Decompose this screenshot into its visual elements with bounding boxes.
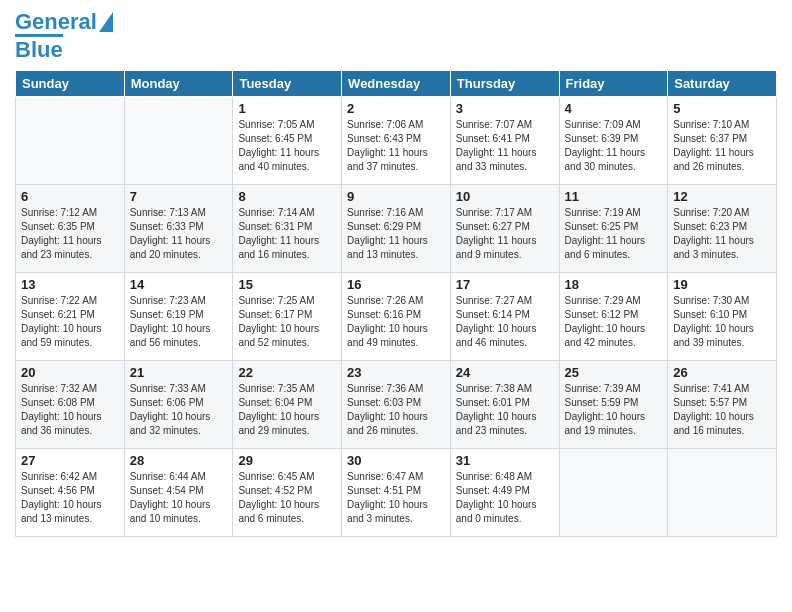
day-number: 19 xyxy=(673,277,771,292)
calendar-cell: 15Sunrise: 7:25 AMSunset: 6:17 PMDayligh… xyxy=(233,273,342,361)
day-number: 5 xyxy=(673,101,771,116)
day-info: Sunrise: 6:47 AMSunset: 4:51 PMDaylight:… xyxy=(347,470,445,526)
day-number: 14 xyxy=(130,277,228,292)
day-number: 29 xyxy=(238,453,336,468)
calendar-cell xyxy=(559,449,668,537)
week-row-4: 20Sunrise: 7:32 AMSunset: 6:08 PMDayligh… xyxy=(16,361,777,449)
calendar-cell: 19Sunrise: 7:30 AMSunset: 6:10 PMDayligh… xyxy=(668,273,777,361)
calendar-cell: 5Sunrise: 7:10 AMSunset: 6:37 PMDaylight… xyxy=(668,97,777,185)
calendar-cell: 27Sunrise: 6:42 AMSunset: 4:56 PMDayligh… xyxy=(16,449,125,537)
day-number: 1 xyxy=(238,101,336,116)
calendar-cell: 12Sunrise: 7:20 AMSunset: 6:23 PMDayligh… xyxy=(668,185,777,273)
day-info: Sunrise: 7:20 AMSunset: 6:23 PMDaylight:… xyxy=(673,206,771,262)
day-info: Sunrise: 7:10 AMSunset: 6:37 PMDaylight:… xyxy=(673,118,771,174)
calendar-cell: 25Sunrise: 7:39 AMSunset: 5:59 PMDayligh… xyxy=(559,361,668,449)
calendar-cell: 20Sunrise: 7:32 AMSunset: 6:08 PMDayligh… xyxy=(16,361,125,449)
calendar-cell: 10Sunrise: 7:17 AMSunset: 6:27 PMDayligh… xyxy=(450,185,559,273)
day-info: Sunrise: 7:41 AMSunset: 5:57 PMDaylight:… xyxy=(673,382,771,438)
day-number: 12 xyxy=(673,189,771,204)
calendar-cell: 11Sunrise: 7:19 AMSunset: 6:25 PMDayligh… xyxy=(559,185,668,273)
calendar-cell: 16Sunrise: 7:26 AMSunset: 6:16 PMDayligh… xyxy=(342,273,451,361)
day-number: 9 xyxy=(347,189,445,204)
day-info: Sunrise: 7:30 AMSunset: 6:10 PMDaylight:… xyxy=(673,294,771,350)
calendar-cell: 13Sunrise: 7:22 AMSunset: 6:21 PMDayligh… xyxy=(16,273,125,361)
day-number: 27 xyxy=(21,453,119,468)
calendar-cell: 28Sunrise: 6:44 AMSunset: 4:54 PMDayligh… xyxy=(124,449,233,537)
day-number: 3 xyxy=(456,101,554,116)
calendar-cell: 4Sunrise: 7:09 AMSunset: 6:39 PMDaylight… xyxy=(559,97,668,185)
logo-line: General xyxy=(15,10,113,34)
logo-text: General xyxy=(15,10,97,34)
weekday-header-thursday: Thursday xyxy=(450,71,559,97)
day-info: Sunrise: 7:06 AMSunset: 6:43 PMDaylight:… xyxy=(347,118,445,174)
weekday-header-row: SundayMondayTuesdayWednesdayThursdayFrid… xyxy=(16,71,777,97)
day-number: 11 xyxy=(565,189,663,204)
day-info: Sunrise: 7:05 AMSunset: 6:45 PMDaylight:… xyxy=(238,118,336,174)
day-info: Sunrise: 7:13 AMSunset: 6:33 PMDaylight:… xyxy=(130,206,228,262)
day-info: Sunrise: 7:36 AMSunset: 6:03 PMDaylight:… xyxy=(347,382,445,438)
calendar-cell: 26Sunrise: 7:41 AMSunset: 5:57 PMDayligh… xyxy=(668,361,777,449)
day-number: 22 xyxy=(238,365,336,380)
calendar-cell: 24Sunrise: 7:38 AMSunset: 6:01 PMDayligh… xyxy=(450,361,559,449)
weekday-header-tuesday: Tuesday xyxy=(233,71,342,97)
weekday-header-sunday: Sunday xyxy=(16,71,125,97)
day-info: Sunrise: 7:23 AMSunset: 6:19 PMDaylight:… xyxy=(130,294,228,350)
day-number: 10 xyxy=(456,189,554,204)
calendar: SundayMondayTuesdayWednesdayThursdayFrid… xyxy=(15,70,777,537)
calendar-cell: 6Sunrise: 7:12 AMSunset: 6:35 PMDaylight… xyxy=(16,185,125,273)
day-number: 21 xyxy=(130,365,228,380)
week-row-1: 1Sunrise: 7:05 AMSunset: 6:45 PMDaylight… xyxy=(16,97,777,185)
week-row-5: 27Sunrise: 6:42 AMSunset: 4:56 PMDayligh… xyxy=(16,449,777,537)
day-number: 2 xyxy=(347,101,445,116)
day-info: Sunrise: 7:14 AMSunset: 6:31 PMDaylight:… xyxy=(238,206,336,262)
calendar-cell: 1Sunrise: 7:05 AMSunset: 6:45 PMDaylight… xyxy=(233,97,342,185)
calendar-cell: 7Sunrise: 7:13 AMSunset: 6:33 PMDaylight… xyxy=(124,185,233,273)
day-info: Sunrise: 7:19 AMSunset: 6:25 PMDaylight:… xyxy=(565,206,663,262)
calendar-cell: 31Sunrise: 6:48 AMSunset: 4:49 PMDayligh… xyxy=(450,449,559,537)
calendar-cell: 21Sunrise: 7:33 AMSunset: 6:06 PMDayligh… xyxy=(124,361,233,449)
weekday-header-wednesday: Wednesday xyxy=(342,71,451,97)
day-info: Sunrise: 7:39 AMSunset: 5:59 PMDaylight:… xyxy=(565,382,663,438)
logo-general: General xyxy=(15,9,97,34)
day-number: 28 xyxy=(130,453,228,468)
day-number: 7 xyxy=(130,189,228,204)
calendar-cell: 8Sunrise: 7:14 AMSunset: 6:31 PMDaylight… xyxy=(233,185,342,273)
calendar-cell: 23Sunrise: 7:36 AMSunset: 6:03 PMDayligh… xyxy=(342,361,451,449)
day-info: Sunrise: 6:48 AMSunset: 4:49 PMDaylight:… xyxy=(456,470,554,526)
logo: General Blue xyxy=(15,10,113,62)
calendar-cell xyxy=(16,97,125,185)
day-number: 16 xyxy=(347,277,445,292)
day-number: 26 xyxy=(673,365,771,380)
day-number: 17 xyxy=(456,277,554,292)
day-info: Sunrise: 7:25 AMSunset: 6:17 PMDaylight:… xyxy=(238,294,336,350)
day-info: Sunrise: 7:32 AMSunset: 6:08 PMDaylight:… xyxy=(21,382,119,438)
day-info: Sunrise: 7:09 AMSunset: 6:39 PMDaylight:… xyxy=(565,118,663,174)
day-info: Sunrise: 7:16 AMSunset: 6:29 PMDaylight:… xyxy=(347,206,445,262)
day-number: 18 xyxy=(565,277,663,292)
day-number: 8 xyxy=(238,189,336,204)
day-info: Sunrise: 7:12 AMSunset: 6:35 PMDaylight:… xyxy=(21,206,119,262)
day-info: Sunrise: 6:44 AMSunset: 4:54 PMDaylight:… xyxy=(130,470,228,526)
day-number: 13 xyxy=(21,277,119,292)
day-number: 30 xyxy=(347,453,445,468)
week-row-3: 13Sunrise: 7:22 AMSunset: 6:21 PMDayligh… xyxy=(16,273,777,361)
day-info: Sunrise: 7:17 AMSunset: 6:27 PMDaylight:… xyxy=(456,206,554,262)
day-number: 20 xyxy=(21,365,119,380)
day-number: 15 xyxy=(238,277,336,292)
day-info: Sunrise: 7:26 AMSunset: 6:16 PMDaylight:… xyxy=(347,294,445,350)
day-info: Sunrise: 7:33 AMSunset: 6:06 PMDaylight:… xyxy=(130,382,228,438)
weekday-header-saturday: Saturday xyxy=(668,71,777,97)
day-number: 6 xyxy=(21,189,119,204)
day-number: 31 xyxy=(456,453,554,468)
day-number: 24 xyxy=(456,365,554,380)
day-number: 23 xyxy=(347,365,445,380)
day-number: 4 xyxy=(565,101,663,116)
day-info: Sunrise: 7:35 AMSunset: 6:04 PMDaylight:… xyxy=(238,382,336,438)
day-number: 25 xyxy=(565,365,663,380)
weekday-header-friday: Friday xyxy=(559,71,668,97)
logo-triangle-icon xyxy=(99,12,113,32)
page: General Blue SundayMondayTuesdayWednesda… xyxy=(0,0,792,547)
calendar-cell: 18Sunrise: 7:29 AMSunset: 6:12 PMDayligh… xyxy=(559,273,668,361)
calendar-cell: 17Sunrise: 7:27 AMSunset: 6:14 PMDayligh… xyxy=(450,273,559,361)
day-info: Sunrise: 6:45 AMSunset: 4:52 PMDaylight:… xyxy=(238,470,336,526)
